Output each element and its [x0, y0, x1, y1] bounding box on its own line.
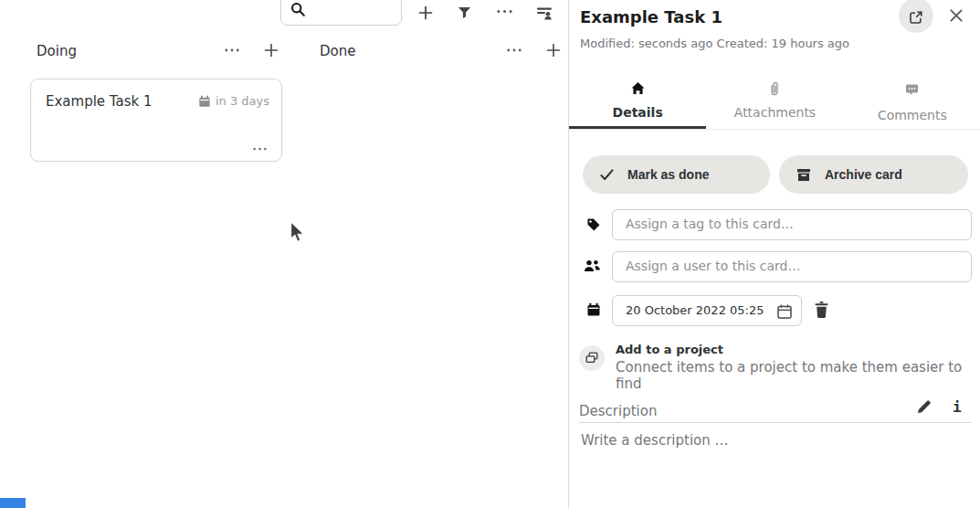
add-card-button[interactable]: [418, 5, 433, 20]
description-info-icon[interactable]: i: [953, 398, 962, 416]
description-label: Description: [579, 403, 657, 419]
done-column-menu-icon[interactable]: [507, 48, 522, 52]
app-window: Doing Done Example Task 1 in 3 days Exam…: [0, 0, 980, 508]
card-menu-icon[interactable]: [253, 147, 267, 151]
search-input[interactable]: [311, 4, 395, 17]
tabs-divider: [569, 129, 980, 130]
board-users-icon[interactable]: [536, 5, 553, 21]
add-to-project-subtitle: Connect items to a project to make them …: [616, 359, 980, 392]
due-calendar-icon: [586, 302, 601, 317]
panel-title: Example Task 1: [580, 7, 722, 26]
task-card[interactable]: Example Task 1 in 3 days: [30, 79, 282, 162]
tag-entry[interactable]: [612, 209, 972, 240]
users-icon: [584, 259, 601, 272]
due-date-field[interactable]: 20 October 2022 05:25: [612, 295, 802, 326]
add-to-project-icon[interactable]: [579, 345, 605, 371]
check-icon: [600, 169, 614, 181]
column-title-done: Done: [320, 43, 355, 59]
tab-details[interactable]: Details: [569, 79, 706, 129]
tag-input[interactable]: [626, 217, 954, 231]
user-entry[interactable]: [612, 251, 972, 282]
card-due-date: in 3 days: [198, 94, 269, 108]
description-divider: [579, 422, 972, 423]
edit-description-icon[interactable]: [916, 399, 932, 415]
remove-due-date-icon[interactable]: [814, 301, 829, 318]
card-due-label: in 3 days: [216, 94, 269, 108]
task-detail-panel: Example Task 1 Modified: seconds ago Cre…: [568, 0, 980, 508]
comment-icon: [905, 84, 919, 100]
paperclip-icon: [768, 81, 781, 97]
archive-icon: [796, 168, 811, 182]
search-icon: [290, 2, 306, 17]
search-box[interactable]: [280, 0, 402, 26]
add-to-project-title[interactable]: Add to a project: [616, 343, 723, 356]
tab-attachments[interactable]: Attachments: [706, 79, 843, 129]
column-title-doing: Doing: [37, 43, 77, 59]
doing-add-card-icon[interactable]: [264, 43, 279, 58]
calendar-icon: [198, 95, 211, 108]
panel-tabs: Details Attachments Comments: [569, 79, 980, 129]
date-picker-icon[interactable]: [776, 303, 793, 320]
tag-icon: [586, 217, 601, 232]
filter-icon[interactable]: [458, 6, 471, 19]
card-title: Example Task 1: [46, 93, 153, 110]
mark-as-done-button[interactable]: Mark as done: [583, 155, 770, 194]
open-external-icon: [909, 10, 923, 25]
close-icon[interactable]: [948, 7, 964, 24]
board-menu-icon[interactable]: [497, 9, 512, 14]
user-input[interactable]: [626, 259, 954, 273]
tab-comments[interactable]: Comments: [844, 79, 980, 129]
mouse-cursor: [290, 220, 306, 244]
description-placeholder[interactable]: Write a description …: [581, 432, 729, 449]
doing-column-menu-icon[interactable]: [225, 48, 239, 52]
done-add-card-icon[interactable]: [546, 43, 561, 58]
due-date-value: 20 October 2022 05:25: [626, 303, 764, 317]
archive-card-button[interactable]: Archive card: [779, 155, 968, 194]
home-icon: [630, 81, 646, 97]
background-window-fragment: [0, 498, 26, 508]
panel-meta: Modified: seconds ago Created: 19 hours …: [580, 37, 849, 50]
open-in-window-button[interactable]: [899, 0, 933, 33]
